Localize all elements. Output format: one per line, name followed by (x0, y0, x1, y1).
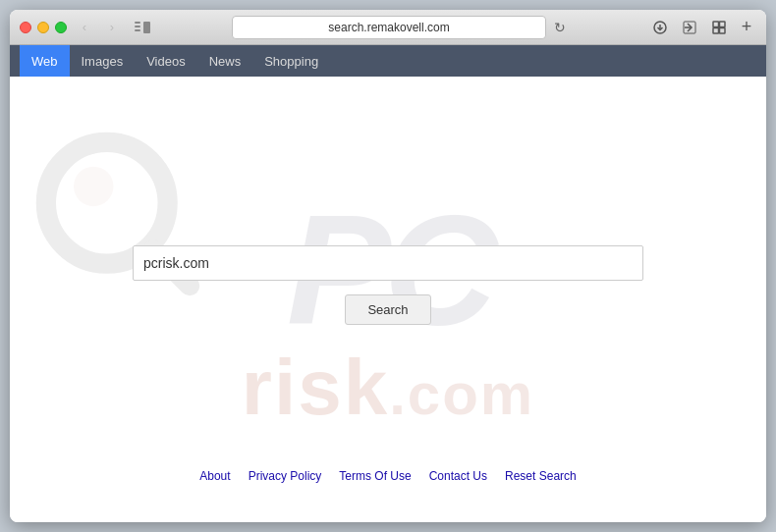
address-bar[interactable]: search.remakovell.com (232, 16, 546, 39)
tab-web[interactable]: Web (20, 45, 70, 77)
footer-contact-us[interactable]: Contact Us (429, 469, 487, 483)
address-text: search.remakovell.com (328, 21, 449, 34)
tab-videos[interactable]: Videos (135, 45, 197, 77)
tab-images[interactable]: Images (70, 45, 136, 77)
reload-button[interactable]: ↻ (550, 18, 570, 37)
browser-window: ‹ › search.remakovell.com ↻ (10, 10, 766, 522)
svg-rect-2 (135, 29, 140, 31)
forward-button[interactable]: › (102, 18, 122, 37)
footer-links: About Privacy Policy Terms Of Use Contac… (199, 469, 576, 483)
svg-rect-3 (143, 22, 150, 33)
toolbar-right: + (648, 16, 756, 39)
minimize-button[interactable] (37, 22, 49, 33)
add-tab-button[interactable]: + (737, 18, 756, 37)
maximize-button[interactable] (55, 22, 67, 33)
footer-privacy-policy[interactable]: Privacy Policy (249, 469, 322, 483)
search-button[interactable]: Search (345, 294, 430, 325)
reader-view-button[interactable] (132, 17, 153, 38)
share-button[interactable] (678, 16, 701, 39)
watermark-risk-text: risk (242, 348, 389, 427)
svg-point-13 (74, 167, 114, 207)
svg-rect-9 (720, 22, 726, 27)
svg-rect-10 (713, 27, 719, 33)
footer-reset-search[interactable]: Reset Search (505, 469, 577, 483)
download-button[interactable] (648, 16, 672, 39)
page-content: PC risk .com Search About Privacy Policy… (10, 77, 766, 522)
tab-news[interactable]: News (197, 45, 253, 77)
tab-shopping[interactable]: Shopping (252, 45, 330, 77)
traffic-lights (20, 22, 67, 33)
search-input-wrapper (133, 245, 643, 281)
title-bar: ‹ › search.remakovell.com ↻ (10, 10, 766, 45)
footer-about[interactable]: About (199, 469, 230, 483)
svg-rect-1 (135, 26, 140, 27)
close-button[interactable] (20, 22, 31, 33)
back-button[interactable]: ‹ (75, 18, 94, 37)
search-input[interactable] (133, 245, 643, 281)
svg-rect-11 (720, 27, 726, 33)
new-tab-button[interactable] (707, 16, 731, 39)
svg-rect-8 (713, 22, 719, 27)
watermark-com-text: .com (389, 365, 534, 424)
footer-terms-of-use[interactable]: Terms Of Use (339, 469, 411, 483)
search-area: Search (133, 245, 643, 325)
nav-bar: Web Images Videos News Shopping (10, 45, 766, 77)
svg-rect-0 (135, 22, 140, 24)
address-bar-container: search.remakovell.com ↻ (161, 16, 640, 39)
